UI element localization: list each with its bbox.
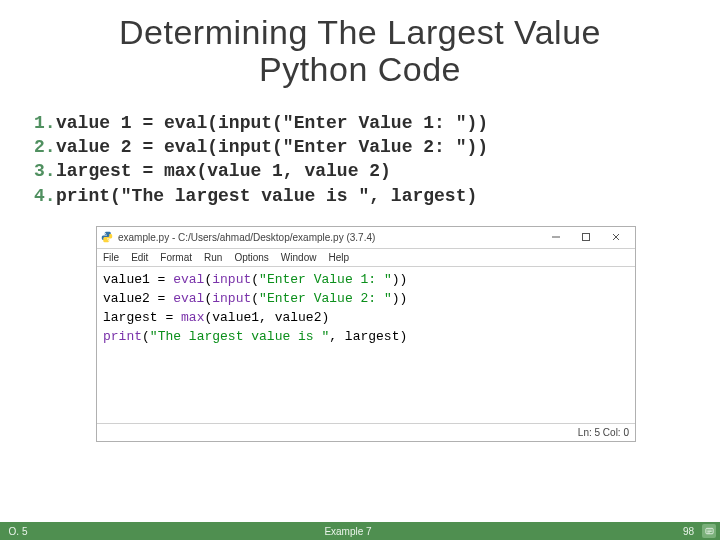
code-line: 4. print("The largest value is ", larges…	[34, 184, 720, 208]
code-text: value 2 = eval(input("Enter Value 2: "))	[56, 137, 488, 157]
ide-title-text: example.py - C:/Users/ahmad/Desktop/exam…	[118, 232, 375, 243]
speaker-notes-icon[interactable]	[702, 524, 716, 538]
menu-item[interactable]: Format	[160, 252, 192, 263]
title-line2: Python Code	[259, 50, 461, 88]
code-text: value 1 = eval(input("Enter Value 1: "))	[56, 113, 488, 133]
line-number: 4.	[34, 184, 56, 208]
svg-point-1	[108, 241, 109, 242]
svg-point-0	[105, 233, 106, 234]
menu-item[interactable]: Edit	[131, 252, 148, 263]
ide-window: example.py - C:/Users/ahmad/Desktop/exam…	[96, 226, 636, 442]
ide-title-left: example.py - C:/Users/ahmad/Desktop/exam…	[101, 231, 375, 243]
title-line1: Determining The Largest Value	[119, 13, 601, 51]
code-line: 3. largest = max(value 1, value 2)	[34, 159, 720, 183]
code-text: print("The largest value is ", largest)	[56, 186, 477, 206]
editor-line: print("The largest value is ", largest)	[103, 328, 629, 347]
cursor-position: Ln: 5 Col: 0	[578, 427, 629, 438]
line-number: 3.	[34, 159, 56, 183]
ide-titlebar: example.py - C:/Users/ahmad/Desktop/exam…	[97, 227, 635, 249]
footer-chapter: O. 5	[0, 526, 36, 537]
editor-line: value2 = eval(input("Enter Value 2: "))	[103, 290, 629, 309]
slide-title: Determining The Largest Value Python Cod…	[0, 0, 720, 89]
line-number: 2.	[34, 135, 56, 159]
footer-caption: Example 7	[36, 526, 660, 537]
code-line: 1. value 1 = eval(input("Enter Value 1: …	[34, 111, 720, 135]
menu-item[interactable]: File	[103, 252, 119, 263]
editor-line: value1 = eval(input("Enter Value 1: "))	[103, 271, 629, 290]
code-line: 2. value 2 = eval(input("Enter Value 2: …	[34, 135, 720, 159]
python-icon	[101, 231, 113, 243]
code-text: largest = max(value 1, value 2)	[56, 161, 391, 181]
slide-footer: O. 5 Example 7 98	[0, 522, 720, 540]
menu-item[interactable]: Window	[281, 252, 317, 263]
menu-item[interactable]: Options	[234, 252, 268, 263]
ide-editor[interactable]: value1 = eval(input("Enter Value 1: "))v…	[97, 267, 635, 423]
minimize-button[interactable]	[541, 228, 571, 246]
editor-line: largest = max(value1, value2)	[103, 309, 629, 328]
ide-menubar: FileEditFormatRunOptionsWindowHelp	[97, 249, 635, 267]
line-number: 1.	[34, 111, 56, 135]
menu-item[interactable]: Run	[204, 252, 222, 263]
code-list: 1. value 1 = eval(input("Enter Value 1: …	[34, 111, 720, 208]
window-controls	[541, 228, 631, 246]
ide-statusbar: Ln: 5 Col: 0	[97, 423, 635, 441]
svg-rect-3	[583, 234, 590, 241]
maximize-button[interactable]	[571, 228, 601, 246]
close-button[interactable]	[601, 228, 631, 246]
menu-item[interactable]: Help	[328, 252, 349, 263]
